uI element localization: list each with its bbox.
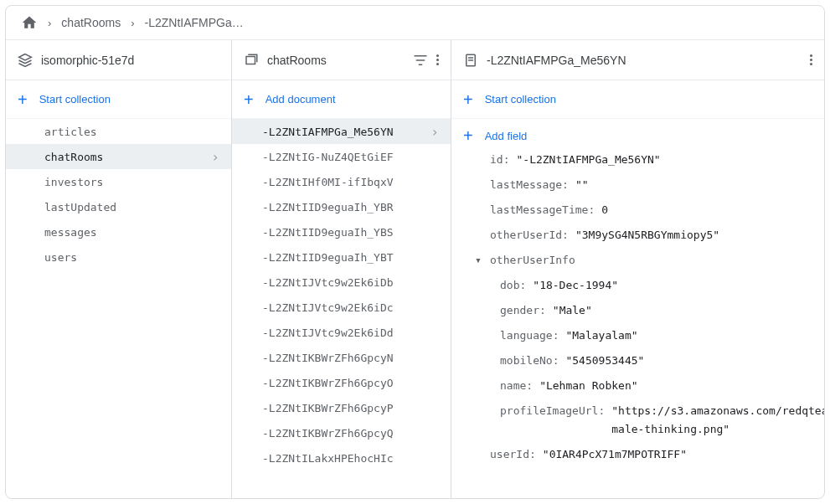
- collapse-icon[interactable]: ▾: [475, 251, 490, 270]
- document-icon: [463, 53, 478, 68]
- field-row[interactable]: mobileNo: 5450953445: [451, 348, 824, 373]
- document-panel: -L2ZNtIAFMPGa_Me56YN + Start collection …: [451, 40, 824, 498]
- collection-item-label: messages: [44, 226, 219, 239]
- document-item-label: -L2ZNtILakxHPEhocHIc: [262, 452, 439, 465]
- field-key: userId: [490, 445, 529, 464]
- document-item-label: -L2ZNtIJVtc9w2Ek6iDb: [262, 276, 439, 289]
- collection-item[interactable]: users: [6, 244, 231, 270]
- collections-list[interactable]: articleschatRooms›investorslastUpdatedme…: [6, 119, 231, 498]
- chevron-right-icon: ›: [211, 149, 219, 165]
- field-value: Lehman Robken: [539, 377, 637, 395]
- document-item[interactable]: -L2ZNtIJVtc9w2Ek6iDc: [232, 295, 451, 320]
- more-menu-icon[interactable]: [436, 54, 439, 65]
- field-value: Malayalam: [565, 327, 637, 345]
- field-key: language: [500, 327, 553, 345]
- document-item[interactable]: -L2ZNtIKBWrZFh6GpcyQ: [232, 420, 451, 445]
- field-row[interactable]: gender: Male: [451, 298, 824, 323]
- field-key: otherUserId: [490, 226, 562, 244]
- collection-item-label: lastUpdated: [44, 201, 219, 213]
- collection-item-label: users: [44, 251, 219, 264]
- filter-icon[interactable]: [413, 54, 428, 66]
- field-row[interactable]: dob: 18-Dec-1994: [451, 273, 824, 298]
- document-item-label: -L2ZNtIHf0MI-ifIbqxV: [262, 176, 439, 188]
- more-menu-icon[interactable]: [810, 54, 812, 65]
- field-row[interactable]: profileImageUrl: https://s3.amazonaws.co…: [451, 399, 824, 442]
- document-item[interactable]: -L2ZNtILakxHPEhocHIc: [232, 445, 451, 471]
- document-item-label: -L2ZNtIKBWrZFh6GpcyN: [262, 352, 439, 364]
- field-value: https://s3.amazonaws.com/redqteam male-t…: [611, 402, 804, 439]
- document-item-label: -L2ZNtIID9eguaIh_YBT: [262, 251, 439, 264]
- chevron-right-icon: ›: [430, 124, 439, 140]
- field-row[interactable]: id: "-L2ZNtIAFMPGa_Me56YN": [451, 147, 824, 172]
- document-item[interactable]: -L2ZNtIAFMPGa_Me56YN›: [232, 119, 451, 144]
- field-row-expandable[interactable]: ▾ otherUserInfo: [451, 248, 824, 273]
- document-item-label: -L2ZNtIKBWrZFh6GpcyO: [262, 377, 439, 389]
- collection-item[interactable]: investors: [6, 169, 231, 194]
- documents-list[interactable]: -L2ZNtIAFMPGa_Me56YN›-L2ZNtIG-NuZ4QEtGiE…: [232, 119, 451, 498]
- home-icon[interactable]: [21, 14, 38, 31]
- field-value: 18-Dec-1994: [533, 276, 618, 295]
- plus-icon: +: [463, 91, 473, 108]
- start-collection-label: Start collection: [39, 93, 111, 105]
- field-value: 5450953445: [565, 352, 644, 370]
- field-key: name: [500, 377, 526, 395]
- field-value: 0IAR4PcX71m7MPOTRIFF: [543, 445, 687, 464]
- field-key: lastMessage: [490, 176, 562, 194]
- document-item[interactable]: -L2ZNtIKBWrZFh6GpcyN: [232, 345, 451, 370]
- plus-icon: +: [463, 127, 473, 144]
- collection-item-label: investors: [44, 176, 219, 188]
- document-item[interactable]: -L2ZNtIID9eguaIh_YBS: [232, 219, 451, 244]
- field-key: gender: [500, 301, 539, 320]
- field-row[interactable]: language: Malayalam: [451, 323, 824, 348]
- field-key: otherUserInfo: [490, 251, 575, 270]
- start-subcollection-button[interactable]: + Start collection: [451, 80, 824, 119]
- document-item[interactable]: -L2ZNtIKBWrZFh6GpcyP: [232, 395, 451, 420]
- chevron-right-icon: ›: [131, 17, 134, 29]
- collection-item-label: articles: [44, 126, 219, 138]
- collection-title: chatRooms: [267, 54, 405, 67]
- collection-item[interactable]: messages: [6, 219, 231, 244]
- database-icon: [18, 53, 33, 68]
- chevron-right-icon: ›: [48, 17, 51, 29]
- add-document-button[interactable]: + Add document: [232, 80, 451, 119]
- breadcrumb: › chatRooms › -L2ZNtIAFMPGa…: [6, 6, 824, 40]
- field-value: 3M9ySG4N5RBGYmmiopy5: [575, 226, 719, 244]
- collection-item[interactable]: articles: [6, 119, 231, 144]
- document-item[interactable]: -L2ZNtIID9eguaIh_YBT: [232, 244, 451, 270]
- field-value: Male: [553, 301, 592, 320]
- document-item[interactable]: -L2ZNtIHf0MI-ifIbqxV: [232, 169, 451, 194]
- document-item-label: -L2ZNtIKBWrZFh6GpcyP: [262, 402, 439, 414]
- document-item[interactable]: -L2ZNtIG-NuZ4QEtGiEF: [232, 144, 451, 169]
- document-item-label: -L2ZNtIKBWrZFh6GpcyQ: [262, 427, 439, 440]
- start-collection-button[interactable]: + Start collection: [6, 80, 231, 119]
- field-row[interactable]: lastMessage: "": [451, 172, 824, 198]
- start-subcollection-label: Start collection: [485, 93, 556, 105]
- collection-item[interactable]: lastUpdated: [6, 194, 231, 219]
- document-panel-header: -L2ZNtIAFMPGa_Me56YN: [451, 40, 824, 80]
- field-key: lastMessageTime: [490, 201, 588, 219]
- app-frame: › chatRooms › -L2ZNtIAFMPGa… isomorphic-…: [5, 5, 825, 499]
- breadcrumb-doc[interactable]: -L2ZNtIAFMPGa…: [145, 16, 244, 29]
- fields-list[interactable]: id: "-L2ZNtIAFMPGa_Me56YN" lastMessage: …: [451, 147, 824, 498]
- field-row[interactable]: otherUserId: 3M9ySG4N5RBGYmmiopy5: [451, 223, 824, 248]
- document-item-label: -L2ZNtIAFMPGa_Me56YN: [262, 126, 430, 138]
- document-item[interactable]: -L2ZNtIID9eguaIh_YBR: [232, 194, 451, 219]
- field-key: profileImageUrl: [500, 402, 598, 420]
- plus-icon: +: [244, 91, 254, 108]
- project-panel: isomorphic-51e7d + Start collection arti…: [6, 40, 232, 498]
- field-row[interactable]: userId: 0IAR4PcX71m7MPOTRIFF: [451, 442, 824, 467]
- document-item[interactable]: -L2ZNtIJVtc9w2Ek6iDd: [232, 320, 451, 345]
- document-item[interactable]: -L2ZNtIKBWrZFh6GpcyO: [232, 370, 451, 395]
- field-row[interactable]: name: Lehman Robken: [451, 373, 824, 399]
- plus-icon: +: [18, 91, 28, 108]
- breadcrumb-collection[interactable]: chatRooms: [61, 16, 121, 29]
- collection-panel: chatRooms + Add document -L2ZNtIAFMPGa_M…: [232, 40, 451, 498]
- document-item[interactable]: -L2ZNtIJVtc9w2Ek6iDb: [232, 270, 451, 295]
- field-key: id: [490, 151, 503, 169]
- field-row[interactable]: lastMessageTime: 0: [451, 198, 824, 223]
- collection-icon: [244, 53, 259, 68]
- document-item-label: -L2ZNtIID9eguaIh_YBR: [262, 201, 439, 213]
- collection-item[interactable]: chatRooms›: [6, 144, 231, 169]
- document-title: -L2ZNtIAFMPGa_Me56YN: [487, 54, 802, 67]
- document-item-label: -L2ZNtIG-NuZ4QEtGiEF: [262, 151, 439, 163]
